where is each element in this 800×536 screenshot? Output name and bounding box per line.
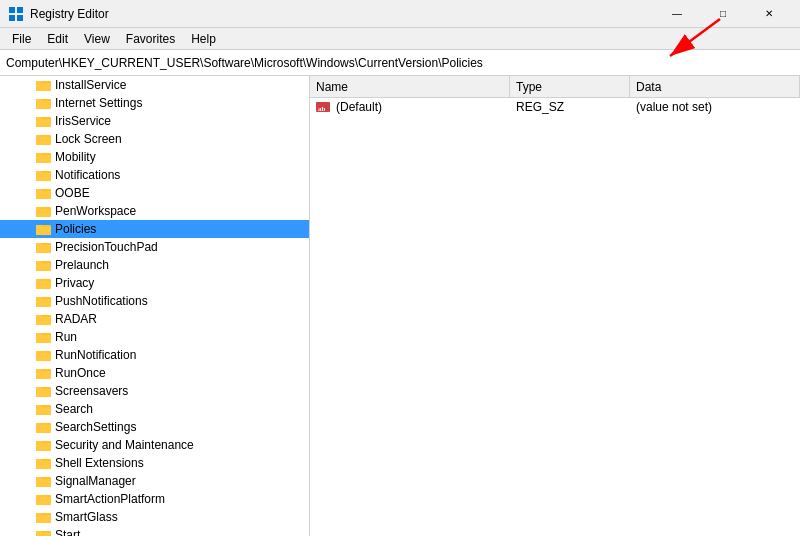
expand-icon[interactable]: [20, 95, 36, 111]
svg-rect-105: [36, 513, 42, 516]
expand-icon[interactable]: [20, 221, 36, 237]
expand-icon[interactable]: [20, 113, 36, 129]
window-title: Registry Editor: [30, 7, 109, 21]
rows-container: ab (Default)REG_SZ(value not set): [310, 98, 800, 116]
folder-icon: [36, 114, 52, 128]
expand-icon[interactable]: [20, 239, 36, 255]
expand-icon[interactable]: [20, 419, 36, 435]
svg-rect-96: [36, 479, 51, 487]
tree-item-label: Run: [55, 330, 77, 344]
tree-item[interactable]: SearchSettings: [0, 418, 309, 436]
tree-item[interactable]: Screensavers: [0, 382, 309, 400]
expand-icon[interactable]: [20, 293, 36, 309]
folder-icon: [36, 348, 52, 362]
folder-icon: [36, 330, 52, 344]
folder-icon: [36, 132, 52, 146]
tree-item[interactable]: Start: [0, 526, 309, 536]
maximize-button[interactable]: □: [700, 0, 746, 28]
expand-icon[interactable]: [20, 509, 36, 525]
folder-icon: [36, 150, 52, 164]
tree-item[interactable]: PrecisionTouchPad: [0, 238, 309, 256]
svg-rect-28: [36, 173, 51, 181]
expand-icon[interactable]: [20, 329, 36, 345]
svg-rect-25: [36, 153, 42, 156]
tree-item-label: Start: [55, 528, 80, 536]
tree-panel[interactable]: InstallService Internet Settings IrisSer…: [0, 76, 310, 536]
tree-item[interactable]: IrisService: [0, 112, 309, 130]
expand-icon[interactable]: [20, 149, 36, 165]
expand-icon[interactable]: [20, 347, 36, 363]
tree-item[interactable]: Prelaunch: [0, 256, 309, 274]
expand-icon[interactable]: [20, 527, 36, 536]
col-header-data: Data: [630, 76, 800, 97]
address-bar[interactable]: Computer\HKEY_CURRENT_USER\Software\Micr…: [0, 50, 800, 76]
tree-item-label: SmartGlass: [55, 510, 118, 524]
menu-favorites[interactable]: Favorites: [118, 30, 183, 48]
svg-rect-56: [36, 299, 51, 307]
expand-icon[interactable]: [20, 473, 36, 489]
expand-icon[interactable]: [20, 365, 36, 381]
expand-icon[interactable]: [20, 203, 36, 219]
expand-icon[interactable]: [20, 491, 36, 507]
menu-file[interactable]: File: [4, 30, 39, 48]
minimize-button[interactable]: —: [654, 0, 700, 28]
data-rows: ab (Default)REG_SZ(value not set): [310, 98, 800, 536]
svg-rect-8: [36, 83, 51, 91]
tree-item[interactable]: Policies: [0, 220, 309, 238]
tree-item[interactable]: RunOnce: [0, 364, 309, 382]
expand-icon[interactable]: [20, 131, 36, 147]
tree-item[interactable]: Run: [0, 328, 309, 346]
tree-item[interactable]: PushNotifications: [0, 292, 309, 310]
menu-help[interactable]: Help: [183, 30, 224, 48]
tree-item-label: Mobility: [55, 150, 96, 164]
tree-item[interactable]: Security and Maintenance: [0, 436, 309, 454]
tree-item[interactable]: SmartActionPlatform: [0, 490, 309, 508]
tree-item-label: Security and Maintenance: [55, 438, 194, 452]
expand-icon[interactable]: [20, 401, 36, 417]
tree-item[interactable]: SmartGlass: [0, 508, 309, 526]
tree-container: InstallService Internet Settings IrisSer…: [0, 76, 309, 536]
expand-icon[interactable]: [20, 167, 36, 183]
tree-item[interactable]: Lock Screen: [0, 130, 309, 148]
tree-item[interactable]: Search: [0, 400, 309, 418]
svg-rect-44: [36, 245, 51, 253]
svg-rect-77: [36, 387, 42, 390]
svg-rect-0: [9, 7, 15, 13]
tree-item-label: RADAR: [55, 312, 97, 326]
table-row[interactable]: ab (Default)REG_SZ(value not set): [310, 98, 800, 116]
expand-icon[interactable]: [20, 77, 36, 93]
tree-item[interactable]: PenWorkspace: [0, 202, 309, 220]
tree-item[interactable]: Shell Extensions: [0, 454, 309, 472]
tree-item[interactable]: RunNotification: [0, 346, 309, 364]
expand-icon[interactable]: [20, 275, 36, 291]
svg-rect-100: [36, 497, 51, 505]
expand-icon[interactable]: [20, 455, 36, 471]
svg-rect-45: [36, 243, 42, 246]
svg-rect-37: [36, 207, 42, 210]
expand-icon[interactable]: [20, 437, 36, 453]
expand-icon[interactable]: [20, 185, 36, 201]
svg-rect-60: [36, 317, 51, 325]
folder-icon: [36, 204, 52, 218]
tree-item[interactable]: OOBE: [0, 184, 309, 202]
expand-icon[interactable]: [20, 311, 36, 327]
tree-item[interactable]: Mobility: [0, 148, 309, 166]
tree-item[interactable]: InstallService: [0, 76, 309, 94]
svg-rect-32: [36, 191, 51, 199]
tree-item[interactable]: Notifications: [0, 166, 309, 184]
cell-name-text: (Default): [336, 100, 382, 114]
cell-name: ab (Default): [310, 100, 510, 114]
close-button[interactable]: ✕: [746, 0, 792, 28]
tree-item[interactable]: Privacy: [0, 274, 309, 292]
menu-edit[interactable]: Edit: [39, 30, 76, 48]
tree-item[interactable]: Internet Settings: [0, 94, 309, 112]
tree-item-label: Screensavers: [55, 384, 128, 398]
title-bar: Registry Editor — □ ✕: [0, 0, 800, 28]
folder-icon: [36, 78, 52, 92]
menu-view[interactable]: View: [76, 30, 118, 48]
tree-item[interactable]: SignalManager: [0, 472, 309, 490]
expand-icon[interactable]: [20, 383, 36, 399]
tree-item[interactable]: RADAR: [0, 310, 309, 328]
expand-icon[interactable]: [20, 257, 36, 273]
col-header-name: Name: [310, 76, 510, 97]
